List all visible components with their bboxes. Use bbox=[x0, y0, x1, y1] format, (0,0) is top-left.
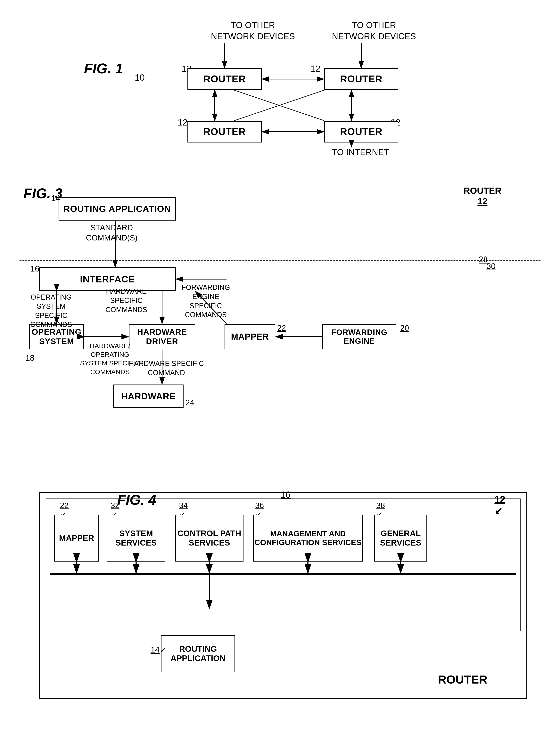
fig1-container: FIG. 1 TO OTHERNETWORK DEVICES TO OTHERN… bbox=[20, 16, 540, 168]
fig4-ref14: 14 bbox=[151, 645, 160, 654]
page: { "fig1": { "title": "FIG. 1", "ref10": … bbox=[0, 0, 560, 754]
fig4-ref16: 16 bbox=[281, 489, 291, 500]
svg-line-21 bbox=[195, 291, 226, 324]
fig4-outer-box: 16 22↙ 32↙ 34↙ 36↙ 38↙ bbox=[39, 492, 527, 699]
fig3-arrows-svg bbox=[20, 183, 527, 468]
fig3-container: FIG. 3 ROUTER12 28 30 ROUTING APPLICATIO… bbox=[20, 183, 540, 468]
fig4-connectors-svg bbox=[46, 499, 520, 632]
fig4-routing-app-label: ROUTING APPLICATION bbox=[171, 644, 225, 663]
fig4-inner-box: 16 22↙ 32↙ 34↙ 36↙ 38↙ bbox=[46, 498, 521, 631]
fig4-router-label: ROUTER bbox=[438, 673, 487, 686]
fig4-routing-app-box: ROUTING APPLICATION bbox=[161, 635, 235, 672]
fig4-container: FIG. 4 12↙ 16 22↙ 32↙ 34↙ bbox=[20, 492, 540, 699]
fig4-ref14-label: 14↙ bbox=[151, 645, 166, 654]
fig1-arrows-svg bbox=[20, 16, 488, 168]
